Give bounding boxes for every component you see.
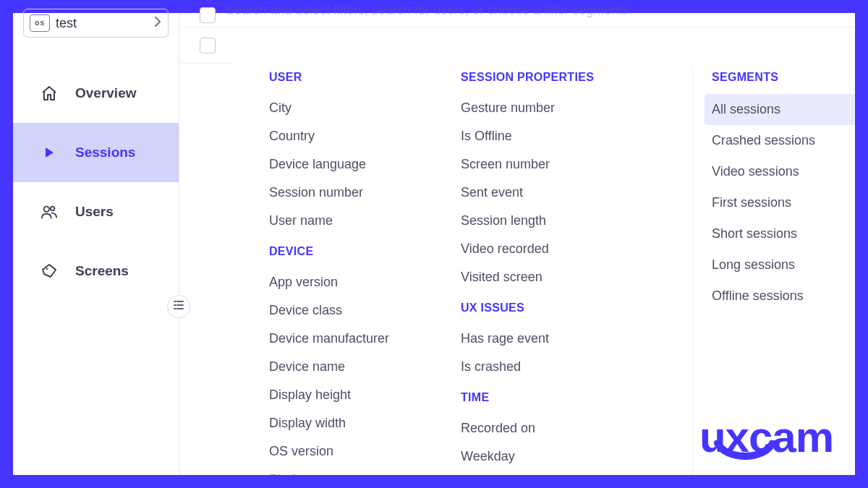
checkbox[interactable] [200, 38, 216, 53]
users-icon [41, 203, 58, 221]
filter-item[interactable]: Gesture number [461, 94, 692, 122]
sidebar-item-sessions[interactable]: Sessions [13, 123, 179, 182]
main-content: Search and select filters, search for us… [179, 13, 855, 475]
filter-item[interactable]: Has rage event [461, 325, 692, 353]
filter-item[interactable]: Device class [269, 296, 461, 325]
sidebar-item-users[interactable]: Users [13, 182, 179, 241]
app-window: os test Overview Sessions [0, 0, 868, 488]
filter-group-heading-device: DEVICE [269, 245, 461, 258]
filter-item[interactable]: Session number [269, 179, 461, 207]
segment-item[interactable]: Offline sessions [705, 281, 855, 312]
chevron-right-icon [153, 17, 162, 30]
filter-item[interactable]: Display width [269, 409, 461, 437]
sidebar-item-label: Sessions [75, 145, 135, 160]
svg-point-1 [51, 207, 55, 211]
sidebar-item-screens[interactable]: Screens [13, 241, 179, 301]
primary-nav: Overview Sessions Users Screens [13, 56, 179, 301]
tag-icon [41, 262, 58, 280]
app-selector[interactable]: os test [23, 9, 169, 38]
filter-item[interactable]: Platform [269, 466, 461, 475]
filter-col-session: SESSION PROPERTIES Gesture number Is Off… [461, 68, 692, 475]
segment-item[interactable]: All sessions [705, 94, 855, 125]
filter-item[interactable]: Visited screen [461, 263, 692, 291]
filter-item[interactable]: Device manufacturer [269, 325, 461, 353]
sidebar-item-label: Screens [75, 263, 129, 279]
filter-item[interactable]: Display height [269, 381, 461, 409]
filter-group-heading-ux-issues: UX ISSUES [461, 301, 692, 314]
filter-item[interactable]: User name [269, 207, 461, 235]
sidebar-item-overview[interactable]: Overview [13, 64, 179, 123]
filter-item[interactable]: Video recorded [461, 235, 692, 263]
segment-item[interactable]: Long sessions [705, 249, 855, 281]
smile-icon [713, 426, 777, 469]
filter-item[interactable]: Is Offline [461, 122, 692, 150]
sidebar-item-label: Users [75, 204, 114, 220]
sidebar-item-label: Overview [75, 85, 137, 101]
filter-item[interactable]: Country [269, 122, 461, 150]
filter-col-user-device: USER City Country Device language Sessio… [269, 68, 461, 475]
svg-point-0 [44, 207, 49, 212]
segment-item[interactable]: Short sessions [705, 218, 855, 249]
filter-item[interactable]: Device name [269, 353, 461, 381]
checkbox[interactable] [200, 7, 216, 23]
filter-group-heading-user: USER [269, 71, 461, 84]
filter-bar: Search and select filters, search for us… [179, 3, 855, 27]
segment-item[interactable]: Crashed sessions [705, 125, 855, 156]
filter-item[interactable]: Sent event [461, 179, 692, 207]
filter-item[interactable]: Screen number [461, 150, 692, 179]
home-icon [41, 85, 58, 102]
play-icon [41, 144, 58, 161]
filter-item[interactable]: OS version [269, 437, 461, 466]
filter-item[interactable]: Weekday [461, 442, 692, 471]
filter-item[interactable]: Device language [269, 150, 461, 179]
filter-item[interactable]: Recorded on [461, 414, 692, 442]
sidebar: os test Overview Sessions [13, 13, 179, 475]
filter-item[interactable]: App version [269, 268, 461, 296]
segment-item[interactable]: Video sessions [705, 156, 855, 187]
filter-dropdown: USER City Country Device language Sessio… [234, 49, 855, 475]
segment-item[interactable]: First sessions [705, 187, 855, 218]
os-badge-icon: os [30, 14, 50, 32]
brand-logo: uxcam [699, 416, 833, 459]
filter-item[interactable]: City [269, 94, 461, 122]
filter-group-heading-session-properties: SESSION PROPERTIES [461, 71, 692, 84]
filter-item[interactable]: Is crashed [461, 353, 692, 381]
svg-point-2 [46, 268, 48, 270]
segments-heading: SEGMENTS [712, 71, 855, 84]
filter-group-heading-time: TIME [461, 391, 692, 404]
app-selector-label: test [56, 16, 77, 31]
filter-item[interactable]: Session length [461, 207, 692, 235]
filter-bar-hint: Search and select filters, search for us… [226, 3, 632, 18]
